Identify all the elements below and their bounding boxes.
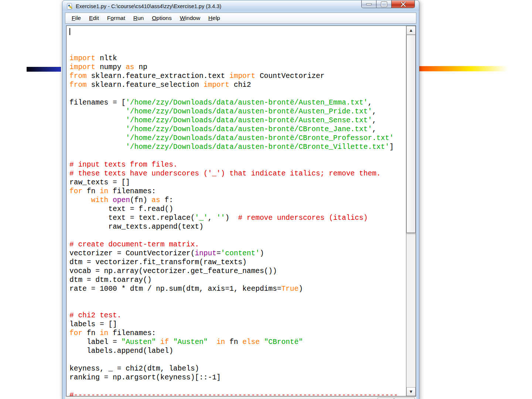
code-line: ranking = np.argsort(keyness)[::-1] bbox=[69, 373, 406, 382]
code-line: label = "Austen" if "Austen" in fn else … bbox=[69, 338, 406, 347]
slide-accent-left bbox=[27, 67, 61, 72]
status-cell-column bbox=[394, 398, 415, 399]
window-title: Exercise1.py - C:\course\cs410\ass4\zzy\… bbox=[76, 3, 221, 9]
code-line bbox=[69, 231, 406, 240]
code-line: # these texts have underscores ('_') tha… bbox=[69, 169, 406, 178]
code-line: labels.append(label) bbox=[69, 347, 406, 355]
text-cursor bbox=[69, 28, 70, 35]
code-line: # input texts from files. bbox=[69, 160, 406, 169]
scroll-up-button[interactable]: ▲ bbox=[406, 26, 416, 35]
maximize-icon bbox=[381, 2, 387, 7]
code-area[interactable]: import nltkimport numpy as npfrom sklear… bbox=[66, 26, 406, 396]
code-line: rate = 1000 * dtm / np.sum(dtm, axis=1, … bbox=[69, 284, 406, 293]
status-cell-line bbox=[378, 398, 394, 399]
minimize-icon bbox=[366, 3, 372, 5]
code-line: '/home/zzy/Downloads/data/austen-brontë/… bbox=[69, 134, 406, 143]
code-line: '/home/zzy/Downloads/data/austen-brontë/… bbox=[69, 143, 406, 151]
code-line: '/home/zzy/Downloads/data/austen-brontë/… bbox=[69, 125, 406, 134]
idle-app-icon[interactable] bbox=[66, 3, 73, 10]
menu-help[interactable]: Help bbox=[204, 15, 224, 21]
idle-editor-window: Exercise1.py - C:\course\cs410\ass4\zzy\… bbox=[62, 0, 419, 399]
code-line bbox=[69, 302, 406, 311]
editor-text-area[interactable]: import nltkimport numpy as npfrom sklear… bbox=[66, 25, 416, 396]
close-button[interactable] bbox=[392, 0, 415, 8]
code-line: for fn in filenames: bbox=[69, 187, 406, 196]
code-line: dtm = dtm.toarray() bbox=[69, 276, 406, 284]
code-line: import nltk bbox=[69, 54, 406, 63]
code-line: with open(fn) as f: bbox=[69, 196, 406, 205]
slide-accent-right bbox=[419, 66, 512, 71]
window-controls bbox=[361, 0, 415, 8]
menu-window[interactable]: Window bbox=[176, 15, 204, 21]
menu-format[interactable]: Format bbox=[103, 15, 129, 21]
code-line bbox=[69, 89, 406, 98]
code-line bbox=[69, 151, 406, 160]
menu-run[interactable]: Run bbox=[129, 15, 148, 21]
code-line: import numpy as np bbox=[69, 63, 406, 72]
scroll-down-button[interactable]: ▼ bbox=[406, 387, 416, 396]
code-line: dtm = vectorizer.fit_transform(raw_texts… bbox=[69, 258, 406, 267]
vertical-scrollbar: ▲ ▼ bbox=[406, 26, 416, 396]
code-line: # chi2 test. bbox=[69, 311, 406, 320]
slide-background: Exercise1.py - C:\course\cs410\ass4\zzy\… bbox=[0, 0, 532, 399]
menu-edit[interactable]: Edit bbox=[85, 15, 103, 21]
menu-bar: FileEditFormatRunOptionsWindowHelp bbox=[65, 13, 416, 24]
menu-options[interactable]: Options bbox=[148, 15, 175, 21]
code-line: from sklearn.feature_extraction.text imp… bbox=[69, 72, 406, 81]
code-line bbox=[69, 293, 406, 302]
minimize-button[interactable] bbox=[361, 0, 376, 8]
code-line bbox=[69, 382, 406, 391]
close-icon bbox=[400, 2, 406, 7]
code-line: '/home/zzy/Downloads/data/austen-brontë/… bbox=[69, 107, 406, 116]
code-line: vectorizer = CountVectorizer(input='cont… bbox=[69, 249, 406, 258]
code-line: text = text.replace('_', '') # remove un… bbox=[69, 214, 406, 222]
code-line: raw_texts.append(text) bbox=[69, 222, 406, 231]
code-line: '/home/zzy/Downloads/data/austen-brontë/… bbox=[69, 116, 406, 125]
code-line: raw_texts = [] bbox=[69, 178, 406, 187]
title-bar[interactable]: Exercise1.py - C:\course\cs410\ass4\zzy\… bbox=[62, 0, 419, 12]
maximize-button[interactable] bbox=[376, 0, 392, 8]
scrollbar-thumb[interactable] bbox=[406, 35, 416, 233]
code-line: from sklearn.feature_selection import ch… bbox=[69, 81, 406, 89]
code-line: # create document-term matrix. bbox=[69, 240, 406, 249]
code-line: labels = [] bbox=[69, 320, 406, 329]
code-line: #---------------------------------------… bbox=[69, 391, 406, 396]
code-line: filenames = ['/home/zzy/Downloads/data/a… bbox=[69, 98, 406, 107]
menu-file[interactable]: File bbox=[68, 15, 85, 21]
code-line: for fn in filenames: bbox=[69, 329, 406, 338]
code-line: vocab = np.array(vectorizer.get_feature_… bbox=[69, 267, 406, 276]
code-line: text = f.read() bbox=[69, 205, 406, 214]
code-line bbox=[69, 355, 406, 364]
code-line: keyness, _ = chi2(dtm, labels) bbox=[69, 364, 406, 373]
status-bar bbox=[65, 396, 416, 399]
